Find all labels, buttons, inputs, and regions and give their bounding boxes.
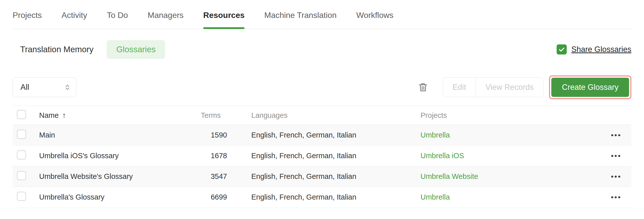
tab-to-do[interactable]: To Do — [107, 10, 128, 29]
column-header-name[interactable]: Name ↑ — [39, 111, 196, 120]
glossary-name: Umbrella Website's Glossary — [39, 172, 196, 181]
column-header-terms[interactable]: Terms — [196, 111, 251, 120]
project-link[interactable]: Umbrella — [420, 193, 450, 201]
glossary-terms-count: 6699 — [196, 193, 251, 201]
table-body: Main 1590 English, French, German, Itali… — [13, 125, 631, 208]
glossary-terms-count: 3547 — [196, 172, 251, 181]
tab-projects[interactable]: Projects — [13, 10, 42, 29]
tab-translation-memory[interactable]: Translation Memory — [20, 40, 93, 59]
create-glossary-highlight: Create Glossary — [549, 75, 631, 99]
resources-subnav: Translation Memory Glossaries Share Glos… — [13, 40, 631, 59]
glossary-name: Umbrella iOS's Glossary — [39, 152, 196, 160]
filter-selected-value: All — [20, 83, 29, 92]
row-checkbox[interactable] — [17, 130, 26, 139]
toolbar: All Edit View Records Create Glossary — [13, 75, 631, 99]
check-icon — [558, 46, 565, 53]
share-glossaries-checkbox[interactable] — [557, 44, 567, 54]
sort-ascending-icon: ↑ — [62, 111, 66, 120]
main-nav: Projects Activity To Do Managers Resourc… — [13, 0, 631, 29]
tab-managers[interactable]: Managers — [148, 10, 184, 29]
glossary-languages: English, French, German, Italian — [251, 193, 420, 201]
glossary-name: Umbrella's Glossary — [39, 193, 196, 201]
project-link[interactable]: Umbrella — [420, 131, 450, 139]
table-row: Umbrella Website's Glossary 3547 English… — [13, 166, 631, 187]
glossary-languages: English, French, German, Italian — [251, 131, 420, 139]
table-row: Umbrella iOS's Glossary 1678 English, Fr… — [13, 146, 631, 166]
table-row: Main 1590 English, French, German, Itali… — [13, 125, 631, 146]
row-checkbox[interactable] — [17, 171, 26, 180]
view-records-button[interactable]: View Records — [476, 78, 543, 97]
tab-activity[interactable]: Activity — [62, 10, 87, 29]
select-all-checkbox[interactable] — [17, 110, 26, 119]
action-button-group: Edit View Records — [443, 77, 543, 97]
row-menu-button[interactable]: ••• — [601, 152, 631, 160]
row-checkbox[interactable] — [17, 192, 26, 201]
table-row: Umbrella's Glossary 6699 English, French… — [13, 187, 631, 208]
share-glossaries-label[interactable]: Share Glossaries — [571, 45, 631, 54]
trash-icon — [418, 82, 428, 92]
share-glossaries-control: Share Glossaries — [557, 44, 631, 54]
column-header-projects[interactable]: Projects — [420, 111, 601, 120]
delete-button[interactable] — [418, 82, 428, 92]
row-menu-button[interactable]: ••• — [601, 131, 631, 139]
up-down-chevrons-icon — [64, 84, 71, 91]
tab-workflows[interactable]: Workflows — [356, 10, 393, 29]
name-header-label: Name — [39, 111, 59, 120]
select-all-cell — [13, 110, 39, 121]
glossary-filter-select[interactable]: All — [13, 77, 76, 97]
create-glossary-button[interactable]: Create Glossary — [551, 78, 629, 97]
column-header-languages[interactable]: Languages — [251, 111, 420, 120]
project-link[interactable]: Umbrella Website — [420, 172, 478, 180]
row-menu-button[interactable]: ••• — [601, 173, 631, 181]
edit-button[interactable]: Edit — [443, 78, 476, 97]
glossary-languages: English, French, German, Italian — [251, 172, 420, 181]
row-menu-button[interactable]: ••• — [601, 193, 631, 201]
glossary-name: Main — [39, 131, 196, 139]
project-link[interactable]: Umbrella iOS — [420, 152, 464, 160]
row-checkbox[interactable] — [17, 150, 26, 159]
glossary-terms-count: 1678 — [196, 152, 251, 160]
glossaries-table: Name ↑ Terms Languages Projects Main 159… — [13, 106, 631, 208]
tab-machine-translation[interactable]: Machine Translation — [264, 10, 336, 29]
glossary-terms-count: 1590 — [196, 131, 251, 139]
glossary-languages: English, French, German, Italian — [251, 152, 420, 160]
table-header-row: Name ↑ Terms Languages Projects — [13, 106, 631, 125]
tab-resources[interactable]: Resources — [203, 10, 245, 29]
tab-glossaries[interactable]: Glossaries — [107, 40, 165, 59]
